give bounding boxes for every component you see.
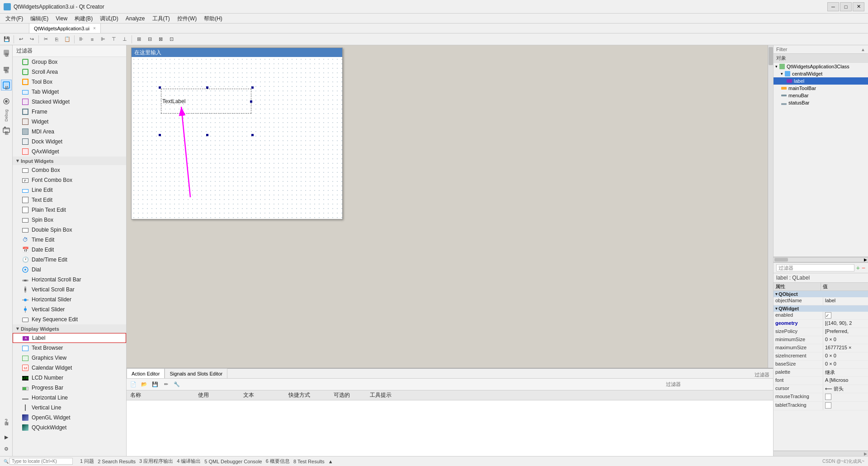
- menu-controls[interactable]: 控件(W): [174, 14, 200, 24]
- sidebar-item-dateedit[interactable]: 📅 Date Edit: [13, 245, 126, 255]
- align-r[interactable]: ⊫: [98, 35, 108, 44]
- canvas-area[interactable]: 在这里输入 TextLabel: [127, 45, 773, 368]
- sidebar-item-hslider[interactable]: Horizontal Slider: [13, 295, 126, 304]
- sidebar-item-fontcombobox[interactable]: F Font Combo Box: [13, 175, 126, 185]
- status-problems[interactable]: 1 问题: [80, 458, 94, 465]
- menu-view[interactable]: View: [52, 14, 71, 24]
- menu-file[interactable]: 文件(F): [2, 14, 27, 24]
- editor-tab[interactable]: QtWidgetsApplication3.ui ×: [29, 23, 101, 33]
- prop-remove-icon[interactable]: −: [862, 264, 865, 271]
- prop-row-tablettracking[interactable]: tabletTracking: [774, 402, 868, 410]
- edit-btn[interactable]: [1, 63, 12, 74]
- menu-tools[interactable]: 工具(T): [149, 14, 174, 24]
- prop-add-icon[interactable]: +: [856, 264, 860, 271]
- tree-centralwidget[interactable]: ▾ centralWidget: [774, 70, 868, 77]
- prop-hscroll[interactable]: ▶: [774, 451, 868, 456]
- prop-row-enabled[interactable]: enabled: [774, 312, 868, 320]
- paste-btn[interactable]: 📋: [62, 35, 72, 44]
- signals-slots-tab[interactable]: Signals and Slots Editor: [165, 368, 227, 378]
- debug-btn[interactable]: [1, 96, 12, 107]
- prop-row-geometry[interactable]: geometry [(140, 90), 2: [774, 320, 868, 328]
- sidebar-item-widget[interactable]: Widget: [13, 117, 126, 127]
- sidebar-item-frame[interactable]: Frame: [13, 107, 126, 117]
- sidebar-item-qaxwidget[interactable]: QAxWidget: [13, 147, 126, 157]
- sidebar-item-timeedit[interactable]: ⏱ Time Edit: [13, 235, 126, 245]
- align-l[interactable]: ⊪: [76, 35, 86, 44]
- sidebar-item-opengl[interactable]: OpenGL Widget: [13, 413, 126, 423]
- menu-debug[interactable]: 调试(D): [96, 14, 122, 24]
- sidebar-item-spinbox[interactable]: Spin Box: [13, 215, 126, 225]
- status-search[interactable]: 2 Search Results: [98, 459, 136, 464]
- sidebar-item-keyseq[interactable]: Key Sequence Edit: [13, 314, 126, 324]
- status-qml-debug[interactable]: 5 QML Debugger Console: [204, 459, 262, 464]
- align-t[interactable]: ⊤: [109, 35, 119, 44]
- help-btn[interactable]: ?: [1, 415, 12, 426]
- prop-row-cursor[interactable]: cursor ⟵ 箭头: [774, 385, 868, 393]
- sidebar-item-lineedit[interactable]: Line Edit: [13, 185, 126, 195]
- align-c[interactable]: ≡: [87, 35, 97, 44]
- sidebar-item-plaintextedit[interactable]: Plain Text Edit: [13, 205, 126, 215]
- prop-row-basesize[interactable]: baseSize 0 × 0: [774, 361, 868, 369]
- bottom-left-btn2[interactable]: ⚙: [1, 443, 12, 454]
- layout-v[interactable]: ⊟: [145, 35, 155, 44]
- sidebar-item-groupbox[interactable]: Group Box: [13, 57, 126, 67]
- prop-row-sizeincrement[interactable]: sizeIncrement 0 × 0: [774, 352, 868, 361]
- tablettracking-checkbox[interactable]: [825, 402, 831, 409]
- tab-close-icon[interactable]: ×: [93, 26, 96, 31]
- sidebar-item-textbrowser[interactable]: Text Browser: [13, 343, 126, 353]
- sidebar-item-dial[interactable]: Dial: [13, 265, 126, 275]
- status-tests[interactable]: 8 Test Results: [293, 459, 325, 464]
- resource-btn[interactable]: 🔧: [172, 380, 182, 389]
- prop-row-sizepolicy[interactable]: sizePolicy [Preferred,: [774, 328, 868, 336]
- sidebar-item-vslider[interactable]: Vertical Slider: [13, 304, 126, 314]
- prop-row-palette[interactable]: palette 继承: [774, 369, 868, 377]
- maximize-button[interactable]: □: [840, 2, 852, 11]
- section-display-widgets[interactable]: ▾ Display Widgets: [13, 324, 126, 333]
- prop-row-mousetracking[interactable]: mouseTracking: [774, 393, 868, 402]
- minimize-button[interactable]: ─: [827, 2, 839, 11]
- sidebar-item-textedit[interactable]: Text Edit: [13, 195, 126, 205]
- status-app-output[interactable]: 3 应用程序输出: [139, 458, 173, 465]
- layout-g[interactable]: ⊠: [156, 35, 165, 44]
- prop-row-maximumsize[interactable]: maximumSize 16777215 ×: [774, 344, 868, 352]
- tree-maintoolbar[interactable]: mainToolBar: [774, 85, 868, 92]
- sidebar-item-calendar[interactable]: 12 Calendar Widget: [13, 363, 126, 373]
- prop-filter-input[interactable]: [776, 264, 854, 271]
- menu-build[interactable]: 构建(B): [71, 14, 96, 24]
- save-btn[interactable]: 💾: [2, 35, 12, 44]
- project-btn[interactable]: [1, 124, 12, 135]
- menu-edit[interactable]: 编辑(E): [27, 14, 52, 24]
- open-action-btn[interactable]: 📂: [139, 380, 149, 389]
- redo-btn[interactable]: ↪: [27, 35, 37, 44]
- tree-class[interactable]: ▾ QtWidgetsApplication3Class: [774, 63, 868, 70]
- form-body[interactable]: TextLabel: [132, 57, 342, 219]
- right-top-hscroll[interactable]: ▶: [774, 257, 868, 262]
- sidebar-item-stackedwidget[interactable]: Stacked Widget: [13, 97, 126, 107]
- break-layout[interactable]: ⊡: [166, 35, 176, 44]
- design-btn[interactable]: [1, 80, 12, 90]
- enabled-checkbox[interactable]: [825, 312, 831, 319]
- tree-label[interactable]: label: [774, 77, 868, 85]
- form-container[interactable]: 在这里输入 TextLabel: [131, 48, 343, 219]
- status-compile[interactable]: 4 编译输出: [177, 458, 201, 465]
- sidebar-item-graphicsview[interactable]: Graphics View: [13, 353, 126, 363]
- close-button[interactable]: ✕: [853, 2, 864, 11]
- welcome-btn[interactable]: [1, 47, 12, 58]
- mousetracking-checkbox[interactable]: [825, 394, 831, 400]
- sidebar-item-hline[interactable]: Horizontal Line: [13, 393, 126, 403]
- sidebar-item-label[interactable]: A Label: [13, 333, 126, 343]
- sidebar-item-dockwidget[interactable]: Dock Widget: [13, 137, 126, 147]
- align-b[interactable]: ⊥: [120, 35, 130, 44]
- save-action-btn[interactable]: 💾: [150, 380, 160, 389]
- prop-row-font[interactable]: font A [Microso: [774, 377, 868, 385]
- sidebar-item-combobox[interactable]: Combo Box: [13, 165, 126, 175]
- new-action-btn[interactable]: 📄: [128, 380, 138, 389]
- bottom-left-btn[interactable]: ▶: [1, 432, 12, 442]
- sidebar-item-progressbar[interactable]: Progress Bar: [13, 383, 126, 393]
- sidebar-item-vline[interactable]: Vertical Line: [13, 403, 126, 413]
- prop-row-minimumsize[interactable]: minimumSize 0 × 0: [774, 336, 868, 344]
- sidebar-item-qquick[interactable]: QQuickWidget: [13, 423, 126, 433]
- sidebar-item-lcd[interactable]: LCD LCD Number: [13, 373, 126, 383]
- action-editor-tab[interactable]: Action Editor: [127, 368, 165, 378]
- sidebar-item-toolbox[interactable]: Tool Box: [13, 77, 126, 87]
